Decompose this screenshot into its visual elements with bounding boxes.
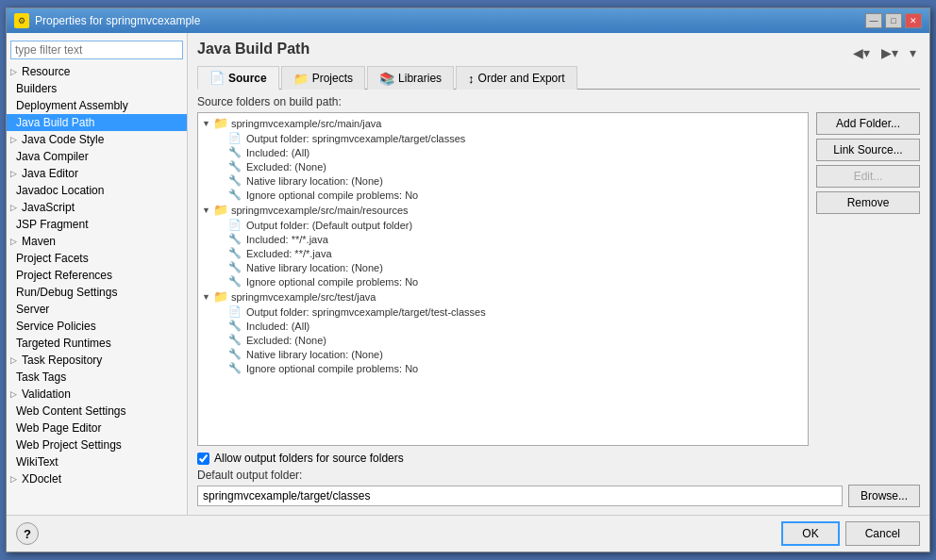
sidebar-item-maven[interactable]: ▷ Maven	[7, 233, 187, 250]
default-output-label: Default output folder:	[197, 469, 920, 482]
sidebar-item-deployment-assembly[interactable]: Deployment Assembly	[7, 97, 187, 114]
tab-libraries[interactable]: 📚 Libraries	[367, 66, 454, 90]
sidebar-item-service-policies[interactable]: Service Policies	[7, 318, 187, 335]
dialog-icon: ⚙	[14, 13, 29, 28]
tree-group-1[interactable]: ▼ 📁 springmvcexample/src/main/java	[198, 115, 808, 131]
close-button[interactable]: ✕	[905, 13, 922, 28]
arrow-icon: ▷	[10, 169, 17, 178]
tree-excluded-3: 🔧 Excluded: (None)	[198, 333, 808, 347]
maximize-button[interactable]: □	[885, 13, 902, 28]
sidebar-label-project-references: Project References	[16, 269, 112, 282]
tree-included-1: 🔧 Included: (All)	[198, 145, 808, 159]
sidebar-label-deployment: Deployment Assembly	[16, 99, 128, 112]
sidebar-item-javadoc[interactable]: Javadoc Location	[7, 182, 187, 199]
tree-text: springmvcexample/src/main/resources	[231, 205, 409, 216]
tree-ignore-3: 🔧 Ignore optional compile problems: No	[198, 361, 808, 375]
ignore-icon: 🔧	[228, 189, 242, 201]
sidebar-label-validation: Validation	[22, 387, 71, 401]
sidebar-label-wikitext: WikiText	[16, 455, 58, 469]
ok-button[interactable]: OK	[781, 521, 839, 546]
tree-text: Ignore optional compile problems: No	[246, 189, 418, 201]
sidebar-item-java-editor[interactable]: ▷ Java Editor	[7, 165, 187, 182]
sidebar-item-java-build-path[interactable]: Java Build Path	[7, 114, 187, 131]
arrow-icon: ▷	[10, 474, 17, 484]
sidebar-item-xdoclet[interactable]: ▷ XDoclet	[7, 470, 187, 487]
navigation-arrows: ◀▾ ▶▾ ▾	[849, 43, 920, 62]
source-tab-icon: 📄	[209, 71, 225, 85]
sidebar-item-java-compiler[interactable]: Java Compiler	[7, 148, 187, 165]
tree-text: Excluded: **/*.java	[246, 248, 332, 259]
tab-projects-label: Projects	[312, 72, 353, 85]
included-icon: 🔧	[228, 320, 242, 332]
tree-excluded-1: 🔧 Excluded: (None)	[198, 159, 808, 173]
folder-icon: 📁	[213, 289, 228, 304]
tree-ignore-2: 🔧 Ignore optional compile problems: No	[198, 274, 808, 288]
sidebar-item-targeted-runtimes[interactable]: Targeted Runtimes	[7, 335, 187, 352]
tree-output-2: 📄 Output folder: (Default output folder)	[198, 218, 808, 232]
forward-button[interactable]: ▶▾	[878, 43, 902, 62]
tree-group-2[interactable]: ▼ 📁 springmvcexample/src/main/resources	[198, 202, 808, 218]
sidebar-item-resource[interactable]: ▷ Resource	[7, 63, 187, 80]
sidebar-item-validation[interactable]: ▷ Validation	[7, 386, 187, 403]
native-icon: 🔧	[228, 348, 242, 360]
minimize-button[interactable]: —	[865, 13, 882, 28]
allow-output-label[interactable]: Allow output folders for source folders	[214, 452, 404, 465]
tree-text: Native library location: (None)	[246, 349, 383, 360]
sidebar-item-wikitext[interactable]: WikiText	[7, 453, 187, 470]
sidebar-label-maven: Maven	[22, 235, 56, 248]
sidebar-item-task-tags[interactable]: Task Tags	[7, 369, 187, 386]
sidebar-item-web-project[interactable]: Web Project Settings	[7, 436, 187, 453]
tab-libraries-label: Libraries	[398, 72, 442, 85]
allow-output-checkbox[interactable]	[197, 453, 209, 465]
link-source-button[interactable]: Link Source...	[816, 139, 920, 161]
expand-icon[interactable]: ▼	[202, 292, 210, 302]
sidebar-item-jsp-fragment[interactable]: JSP Fragment	[7, 216, 187, 233]
menu-button[interactable]: ▾	[906, 43, 920, 62]
add-folder-button[interactable]: Add Folder...	[816, 112, 920, 135]
tab-order-export[interactable]: ↕ Order and Export	[456, 66, 577, 90]
tree-text: Included: **/*.java	[246, 234, 328, 245]
sidebar-item-web-page-editor[interactable]: Web Page Editor	[7, 420, 187, 436]
arrow-icon: ▷	[10, 203, 17, 212]
excluded-icon: 🔧	[228, 247, 242, 259]
filter-input[interactable]	[10, 41, 183, 59]
native-icon: 🔧	[228, 174, 242, 187]
sidebar-label-project-facets: Project Facets	[16, 252, 89, 265]
expand-icon[interactable]: ▼	[202, 206, 210, 215]
folder-icon: 📁	[213, 203, 228, 217]
arrow-icon: ▷	[10, 237, 17, 246]
sidebar-item-project-references[interactable]: Project References	[7, 267, 187, 284]
dialog-footer: ? OK Cancel	[7, 515, 929, 552]
sidebar-item-builders[interactable]: Builders	[7, 80, 187, 97]
sidebar-label-task-tags: Task Tags	[16, 371, 66, 384]
sidebar-item-java-code-style[interactable]: ▷ Java Code Style	[7, 131, 187, 148]
tree-group-3[interactable]: ▼ 📁 springmvcexample/src/test/java	[198, 288, 808, 305]
cancel-button[interactable]: Cancel	[845, 521, 920, 546]
arrow-icon: ▷	[10, 355, 17, 365]
tree-ignore-1: 🔧 Ignore optional compile problems: No	[198, 188, 808, 202]
sidebar-item-project-facets[interactable]: Project Facets	[7, 250, 187, 267]
tab-source[interactable]: 📄 Source	[197, 66, 279, 90]
tree-text: springmvcexample/src/test/java	[231, 291, 376, 303]
included-icon: 🔧	[228, 233, 242, 245]
sidebar-item-web-content[interactable]: Web Content Settings	[7, 403, 187, 420]
tree-panel[interactable]: ▼ 📁 springmvcexample/src/main/java 📄 Out…	[197, 112, 809, 446]
edit-button[interactable]: Edit...	[816, 165, 920, 188]
expand-icon[interactable]: ▼	[202, 119, 210, 128]
remove-button[interactable]: Remove	[816, 191, 920, 214]
sidebar-item-server[interactable]: Server	[7, 301, 187, 318]
browse-button[interactable]: Browse...	[848, 485, 920, 507]
sidebar-label-javadoc: Javadoc Location	[16, 184, 104, 197]
tab-projects[interactable]: 📁 Projects	[281, 66, 365, 90]
help-button[interactable]: ?	[16, 522, 39, 545]
sidebar-label-task-repository: Task Repository	[22, 354, 102, 367]
sidebar-item-task-repository[interactable]: ▷ Task Repository	[7, 352, 187, 369]
tree-output-1: 📄 Output folder: springmvcexample/target…	[198, 131, 808, 145]
output-folder-input[interactable]	[197, 486, 843, 506]
back-button[interactable]: ◀▾	[849, 43, 874, 62]
dialog-body: ▷ Resource Builders Deployment Assembly …	[7, 33, 929, 515]
sidebar-item-javascript[interactable]: ▷ JavaScript	[7, 199, 187, 216]
tab-bar: 📄 Source 📁 Projects 📚 Libraries ↕ Order …	[197, 65, 920, 90]
excluded-icon: 🔧	[228, 160, 242, 173]
sidebar-item-run-debug[interactable]: Run/Debug Settings	[7, 284, 187, 301]
